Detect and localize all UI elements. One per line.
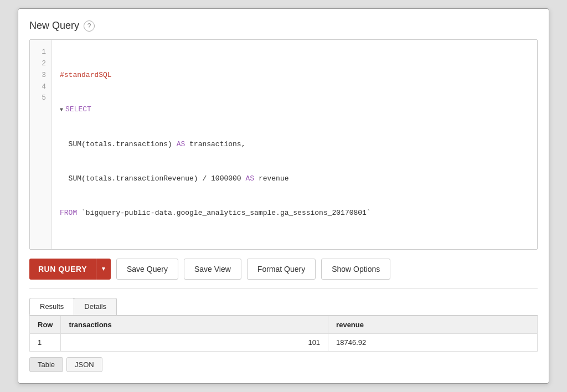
main-window: New Query ? 1 2 3 4 5 #standardSQL ▼SELE… <box>18 8 549 384</box>
show-options-button[interactable]: Show Options <box>321 259 390 280</box>
line-numbers: 1 2 3 4 5 <box>30 40 52 249</box>
save-query-button[interactable]: Save Query <box>116 259 178 280</box>
save-view-button[interactable]: Save View <box>184 259 241 280</box>
tab-details[interactable]: Details <box>74 298 117 315</box>
format-row: Table JSON <box>29 357 538 372</box>
results-tabs: Results Details <box>29 298 538 316</box>
cell-row-num: 1 <box>30 333 61 351</box>
table-row: 1 101 18746.92 <box>30 333 538 351</box>
col-header-transactions: transactions <box>61 316 328 333</box>
code-line-2: ▼SELECT <box>60 104 529 116</box>
results-table: Row transactions revenue 1 101 18746.92 <box>29 316 538 352</box>
code-line-4: SUM(totals.transactionRevenue) / 1000000… <box>60 173 529 185</box>
format-json-button[interactable]: JSON <box>66 357 102 372</box>
col-header-revenue: revenue <box>328 316 538 333</box>
run-query-label: RUN QUERY <box>29 259 96 280</box>
results-section: Row transactions revenue 1 101 18746.92 <box>29 316 538 352</box>
cell-revenue: 18746.92 <box>328 333 538 351</box>
code-line-1: #standardSQL <box>60 70 529 81</box>
tab-results[interactable]: Results <box>29 298 74 315</box>
code-editor[interactable]: 1 2 3 4 5 #standardSQL ▼SELECT SUM(total… <box>29 39 538 250</box>
toolbar: RUN QUERY ▾ Save Query Save View Format … <box>29 259 538 280</box>
toolbar-divider <box>29 288 538 289</box>
cell-transactions: 101 <box>61 333 328 351</box>
code-body[interactable]: #standardSQL ▼SELECT SUM(totals.transact… <box>52 40 537 249</box>
code-line-3: SUM(totals.transactions) AS transactions… <box>60 139 529 151</box>
run-query-button[interactable]: RUN QUERY ▾ <box>29 259 111 280</box>
run-query-arrow[interactable]: ▾ <box>96 259 111 280</box>
col-header-row: Row <box>30 316 61 333</box>
page-title: New Query <box>29 20 79 32</box>
header: New Query ? <box>29 20 538 32</box>
format-table-button[interactable]: Table <box>29 357 63 372</box>
format-query-button[interactable]: Format Query <box>247 259 316 280</box>
help-icon[interactable]: ? <box>84 20 95 32</box>
table-header-row: Row transactions revenue <box>30 316 538 333</box>
code-line-5: FROM `bigquery-public-data.google_analyt… <box>60 208 529 219</box>
arrow-icon: ▼ <box>60 106 63 115</box>
